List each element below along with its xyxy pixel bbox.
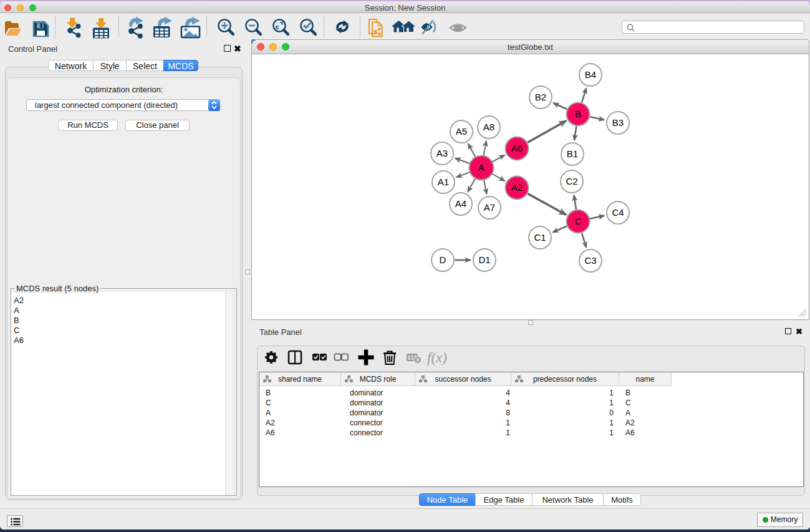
svg-text:B3: B3 bbox=[612, 117, 624, 128]
svg-text:B4: B4 bbox=[585, 69, 596, 80]
svg-text:C2: C2 bbox=[566, 176, 577, 186]
svg-text:A3: A3 bbox=[436, 148, 448, 158]
svg-text:D1: D1 bbox=[478, 254, 490, 265]
svg-text:B: B bbox=[575, 109, 581, 119]
svg-text:C4: C4 bbox=[612, 207, 624, 218]
svg-text:A4: A4 bbox=[455, 198, 466, 209]
svg-text:A1: A1 bbox=[438, 177, 449, 187]
svg-text:C: C bbox=[575, 216, 582, 226]
svg-text:A2: A2 bbox=[511, 182, 523, 193]
svg-text:A7: A7 bbox=[484, 202, 495, 213]
svg-text:A: A bbox=[478, 162, 485, 173]
svg-text:B2: B2 bbox=[535, 92, 546, 102]
svg-text:D: D bbox=[440, 254, 446, 265]
svg-text:A5: A5 bbox=[456, 126, 467, 137]
svg-text:A6: A6 bbox=[511, 143, 523, 153]
svg-text:A8: A8 bbox=[483, 122, 494, 132]
svg-text:f(x): f(x) bbox=[427, 350, 447, 365]
svg-text:C1: C1 bbox=[534, 232, 546, 243]
svg-text:B1: B1 bbox=[567, 148, 578, 159]
svg-text:C3: C3 bbox=[584, 255, 596, 266]
